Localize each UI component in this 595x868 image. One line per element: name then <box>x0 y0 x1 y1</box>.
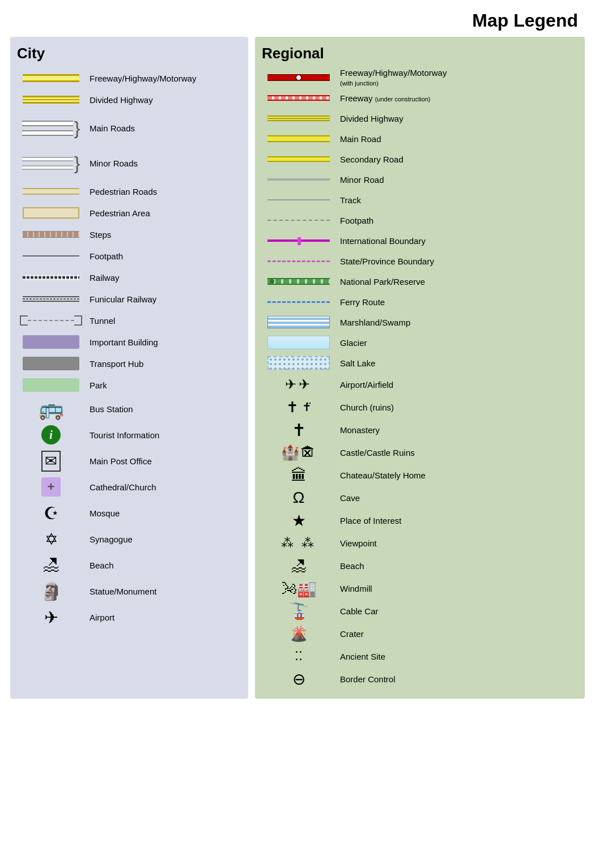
r-ferry-label: Ferry Route <box>335 297 385 307</box>
r-chateau-label: Chateau/Stately Home <box>335 471 426 480</box>
r-windmill-label: Windmill <box>335 584 372 593</box>
list-item: } Main Roads <box>17 111 241 145</box>
list-item: Divided Highway <box>17 89 241 110</box>
city-title: City <box>17 45 241 62</box>
list-item: ⁚⁚ Ancient Site <box>262 645 578 667</box>
r-main-road-symbol <box>262 135 335 142</box>
tourist-info-label: Tourist Information <box>85 430 159 440</box>
r-freeway-label: Freeway/Highway/Motorway (with junction) <box>335 68 447 87</box>
r-viewpoint-symbol: ⁂ ⁂ <box>262 536 335 550</box>
r-church-symbol: ✝✝̈ <box>262 399 335 416</box>
r-cablecar-symbol: 🚡 <box>262 602 335 621</box>
list-item: ✈ Airport <box>17 605 241 630</box>
list-item: ✉ Main Post Office <box>17 448 241 473</box>
list-item: ★ Place of Interest <box>262 510 578 531</box>
tunnel-label: Tunnel <box>85 316 115 326</box>
r-airport-label: Airport/Airfield <box>335 380 393 390</box>
list-item: ⁂ ⁂ Viewpoint <box>262 532 578 554</box>
minor-roads-label: Minor Roads <box>85 159 138 168</box>
r-viewpoint-label: Viewpoint <box>335 538 377 548</box>
park-symbol <box>17 378 85 392</box>
list-item: ⊖ Border Control <box>262 668 578 690</box>
list-item: Freeway/Highway/Motorway <box>17 68 241 88</box>
list-item: State/Province Boundary <box>262 251 578 271</box>
list-item: 🌬🏭 Windmill <box>262 578 578 599</box>
list-item: Freeway/Highway/Motorway (with junction) <box>262 68 578 87</box>
list-item: ✡ Synagogue <box>17 527 241 551</box>
r-monastery-label: Monastery <box>335 425 380 435</box>
railway-label: Railway <box>85 273 120 283</box>
r-church-label: Church (ruins) <box>335 403 394 412</box>
divided-hw-label: Divided Highway <box>85 95 153 105</box>
cathedral-label: Cathedral/Church <box>85 482 156 492</box>
list-item: Pedestrian Area <box>17 203 241 223</box>
r-intl-boundary-symbol <box>262 238 335 243</box>
list-item: 🗿 Statue/Monument <box>17 579 241 604</box>
r-castle-label: Castle/Castle Ruins <box>335 448 415 457</box>
list-item: National Park/Reserve <box>262 272 578 291</box>
list-item: 🏛 Chateau/Stately Home <box>262 464 578 486</box>
list-item: Pedestrian Roads <box>17 181 241 202</box>
footpath-symbol <box>17 255 85 256</box>
r-divided-symbol <box>262 116 335 121</box>
r-saltlake-label: Salt Lake <box>335 358 376 368</box>
r-state-boundary-label: State/Province Boundary <box>335 256 434 266</box>
list-item: Minor Road <box>262 170 578 189</box>
r-glacier-symbol <box>262 336 335 349</box>
list-item: 🚡 Cable Car <box>262 600 578 622</box>
list-item: Ferry Route <box>262 292 578 311</box>
railway-symbol <box>17 273 85 281</box>
synagogue-label: Synagogue <box>85 535 133 544</box>
beach-city-symbol: 🏖 <box>17 555 85 575</box>
list-item: 🏖 Beach <box>262 555 578 576</box>
main-roads-label: Main Roads <box>85 123 135 133</box>
list-item: Main Road <box>262 129 578 148</box>
cathedral-symbol: + <box>17 477 85 497</box>
statue-symbol: 🗿 <box>17 581 85 601</box>
list-item: i Tourist Information <box>17 422 241 447</box>
list-item: ✝✝̈ Church (ruins) <box>262 396 578 418</box>
list-item: ☪ Mosque <box>17 501 241 525</box>
r-ferry-symbol <box>262 301 335 303</box>
r-saltlake-symbol <box>262 356 335 370</box>
post-office-symbol: ✉ <box>17 451 85 472</box>
list-item: Important Building <box>17 332 241 352</box>
bus-station-label: Bus Station <box>85 404 133 414</box>
r-monastery-symbol: ✝ <box>262 420 335 440</box>
r-beach-label: Beach <box>335 561 364 571</box>
r-intl-boundary-label: International Boundary <box>335 236 426 246</box>
tourist-info-symbol: i <box>17 425 85 444</box>
bus-station-symbol: 🚌 <box>17 397 85 421</box>
r-footpath-label: Footpath <box>335 216 373 225</box>
list-item: 🌋 Crater <box>262 623 578 644</box>
city-column: City Freeway/Highway/Motorway Divided Hi… <box>10 37 248 699</box>
r-castle-symbol: 🏰🏚 <box>262 444 335 461</box>
list-item: Transport Hub <box>17 353 241 374</box>
list-item: Ω Cave <box>262 487 578 508</box>
r-natpark-symbol <box>262 278 335 285</box>
ped-roads-symbol <box>17 188 85 195</box>
r-ancient-symbol: ⁚⁚ <box>262 649 335 664</box>
r-cablecar-label: Cable Car <box>335 606 379 616</box>
list-item: Footpath <box>262 211 578 230</box>
list-item: Footpath <box>17 246 241 266</box>
list-item: Railway <box>17 267 241 288</box>
r-footpath-symbol <box>262 220 335 221</box>
r-track-symbol <box>262 199 335 201</box>
list-item: Divided Highway <box>262 109 578 128</box>
list-item: ✝ Monastery <box>262 419 578 441</box>
list-item: Funicular Railway <box>17 289 241 309</box>
ped-area-label: Pedestrian Area <box>85 208 150 218</box>
footpath-label: Footpath <box>85 251 123 261</box>
list-item: Freeway (under construction) <box>262 88 578 108</box>
r-divided-label: Divided Highway <box>335 114 403 123</box>
list-item: } Minor Roads <box>17 146 241 180</box>
r-cave-label: Cave <box>335 493 360 503</box>
list-item: + Cathedral/Church <box>17 474 241 499</box>
transport-hub-label: Transport Hub <box>85 359 143 369</box>
r-state-boundary-symbol <box>262 260 335 262</box>
freeway-symbol <box>17 74 85 82</box>
beach-city-label: Beach <box>85 561 114 570</box>
park-label: Park <box>85 380 107 390</box>
r-glacier-label: Glacier <box>335 338 367 348</box>
